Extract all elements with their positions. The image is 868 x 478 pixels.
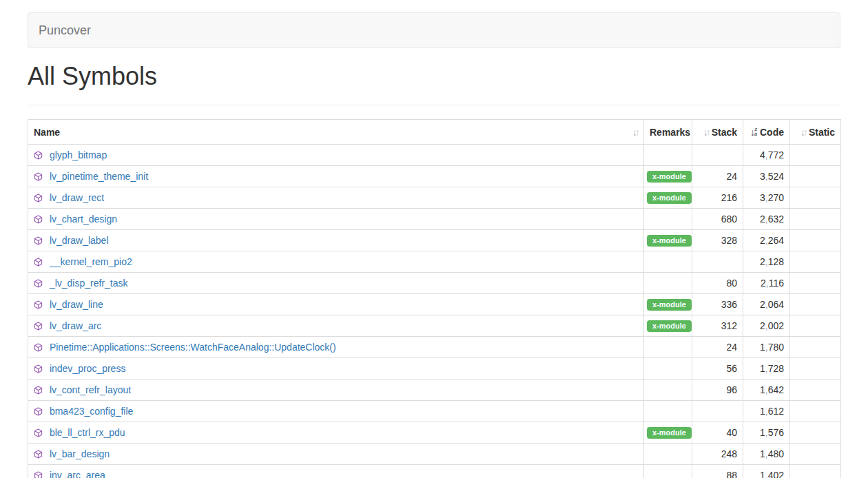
code-cell: 1,780 [743, 337, 790, 358]
stack-cell: 88 [692, 465, 743, 478]
column-header-static[interactable]: ↓↑Static [790, 120, 841, 145]
code-cell: 1,480 [743, 444, 790, 465]
symbol-link[interactable]: inv_arc_area [50, 470, 105, 478]
sort-icon: ↓↑ [632, 127, 638, 138]
remarks-cell: x-module [644, 315, 692, 337]
code-cell: 2,002 [743, 315, 790, 337]
code-cell: 4,772 [743, 145, 790, 166]
stack-cell: 312 [692, 315, 743, 337]
code-cell: 2,128 [743, 251, 790, 273]
column-label: Code [760, 127, 784, 138]
stack-cell: 328 [692, 230, 743, 251]
table-row: lv_draw_line x-module 336 2,064 [28, 294, 841, 315]
symbol-link[interactable]: ble_ll_ctrl_rx_pdu [50, 427, 125, 438]
code-cell: 2,116 [743, 273, 790, 294]
sort-icon: ↓↑ [800, 127, 806, 138]
code-cell: 2,064 [743, 294, 790, 315]
symbol-cube-icon [34, 300, 43, 309]
table-row: bma423_config_file 1,612 [28, 401, 841, 422]
stack-cell: 96 [692, 380, 743, 401]
column-label: Static [809, 127, 835, 138]
symbols-tbody: glyph_bitmap 4,772 lv_pinetime_theme_ini… [28, 145, 841, 478]
static-cell [790, 337, 841, 358]
column-header-name[interactable]: Name ↓↑ [28, 120, 644, 145]
column-label: Stack [712, 127, 737, 138]
table-row: ble_ll_ctrl_rx_pdu x-module 40 1,576 [28, 422, 841, 444]
symbol-link[interactable]: lv_bar_design [50, 448, 110, 459]
symbol-link[interactable]: _lv_disp_refr_task [50, 278, 128, 289]
sort-icon: ↓↑ [703, 127, 709, 138]
code-cell: 2,632 [743, 209, 790, 230]
symbol-link[interactable]: lv_draw_line [50, 299, 103, 310]
name-cell: lv_pinetime_theme_init [28, 166, 644, 187]
table-row: Pinetime::Applications::Screens::WatchFa… [28, 337, 841, 358]
code-cell: 1,576 [743, 422, 790, 444]
symbol-link[interactable]: lv_chart_design [50, 214, 117, 225]
symbol-cube-icon [34, 258, 43, 267]
table-row: __kernel_rem_pio2 2,128 [28, 251, 841, 273]
symbol-link[interactable]: __kernel_rem_pio2 [50, 256, 132, 267]
symbol-link[interactable]: Pinetime::Applications::Screens::WatchFa… [50, 342, 336, 353]
column-header-code[interactable]: ↓zaCode [743, 120, 790, 145]
remarks-cell: x-module [644, 187, 692, 209]
symbol-cube-icon [34, 322, 43, 331]
stack-cell: 56 [692, 358, 743, 380]
stack-cell [692, 401, 743, 422]
remarks-cell [644, 401, 692, 422]
symbol-cube-icon [34, 364, 43, 373]
x-module-badge: x-module [647, 427, 692, 439]
remarks-cell [644, 145, 692, 166]
stack-cell: 24 [692, 337, 743, 358]
symbol-link[interactable]: indev_proc_press [50, 363, 126, 374]
remarks-cell [644, 358, 692, 380]
symbols-table: Name ↓↑ Remarks ↓↑Stack ↓zaCode ↓↑Static [28, 119, 841, 478]
symbol-link[interactable]: lv_draw_rect [50, 192, 104, 203]
navbar-brand-link[interactable]: Puncover [28, 13, 101, 48]
symbol-link[interactable]: lv_draw_label [50, 235, 109, 246]
stack-cell: 24 [692, 166, 743, 187]
symbol-link[interactable]: glyph_bitmap [50, 149, 107, 160]
static-cell [790, 465, 841, 478]
name-cell: indev_proc_press [28, 358, 644, 380]
symbol-cube-icon [34, 151, 43, 160]
symbol-link[interactable]: lv_pinetime_theme_init [50, 171, 148, 182]
code-cell: 1,642 [743, 380, 790, 401]
name-cell: lv_cont_refr_layout [28, 380, 644, 401]
table-header-row: Name ↓↑ Remarks ↓↑Stack ↓zaCode ↓↑Static [28, 120, 841, 145]
table-row: lv_chart_design 680 2,632 [28, 209, 841, 230]
column-header-stack[interactable]: ↓↑Stack [692, 120, 743, 145]
table-row: inv_arc_area 88 1,402 [28, 465, 841, 478]
code-cell: 3,270 [743, 187, 790, 209]
name-cell: bma423_config_file [28, 401, 644, 422]
name-cell: lv_draw_arc [28, 315, 644, 337]
name-cell: _lv_disp_refr_task [28, 273, 644, 294]
column-header-remarks[interactable]: Remarks [644, 120, 692, 145]
static-cell [790, 422, 841, 444]
remarks-cell [644, 337, 692, 358]
stack-cell: 248 [692, 444, 743, 465]
static-cell [790, 358, 841, 380]
column-label: Name [34, 127, 60, 138]
name-cell: __kernel_rem_pio2 [28, 251, 644, 273]
name-cell: glyph_bitmap [28, 145, 644, 166]
static-cell [790, 145, 841, 166]
static-cell [790, 401, 841, 422]
stack-cell: 680 [692, 209, 743, 230]
code-cell: 1,402 [743, 465, 790, 478]
name-cell: inv_arc_area [28, 465, 644, 478]
symbol-link[interactable]: lv_cont_refr_layout [50, 384, 131, 395]
symbol-cube-icon [34, 386, 43, 395]
column-label: Remarks [650, 127, 690, 138]
name-cell: lv_draw_label [28, 230, 644, 251]
symbol-cube-icon [34, 215, 43, 224]
static-cell [790, 273, 841, 294]
remarks-cell [644, 273, 692, 294]
symbol-link[interactable]: bma423_config_file [50, 406, 133, 417]
remarks-cell: x-module [644, 166, 692, 187]
table-row: lv_draw_label x-module 328 2,264 [28, 230, 841, 251]
table-row: glyph_bitmap 4,772 [28, 145, 841, 166]
symbol-cube-icon [34, 450, 43, 459]
symbol-link[interactable]: lv_draw_arc [50, 320, 101, 331]
name-cell: lv_chart_design [28, 209, 644, 230]
symbol-cube-icon [34, 194, 43, 202]
